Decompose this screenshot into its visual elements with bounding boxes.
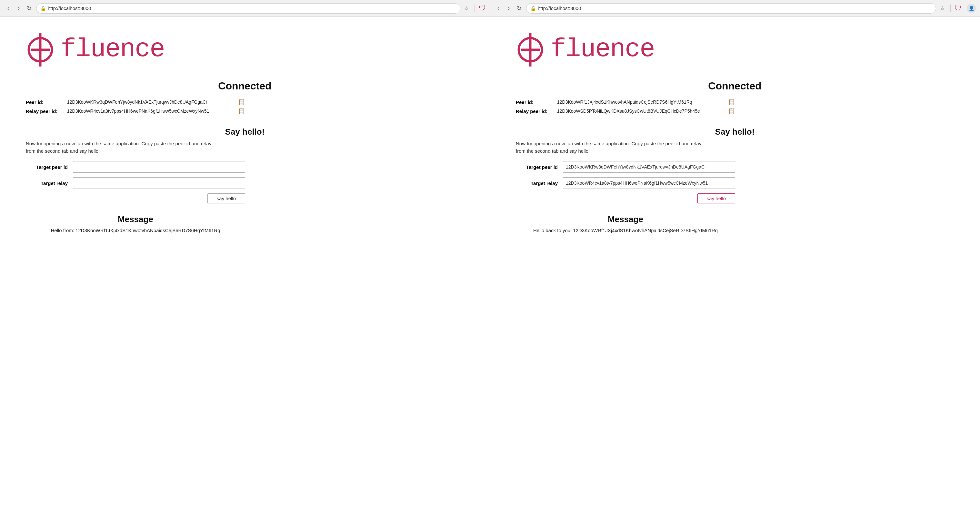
left-phi-logo	[26, 30, 55, 69]
left-divider	[474, 5, 475, 12]
left-say-hello-heading: Say hello!	[225, 127, 265, 137]
right-peer-id-label: Peer id:	[516, 99, 555, 105]
right-forward-button[interactable]: ›	[504, 4, 513, 13]
right-relay-peer-id-row: Relay peer id: 12D3KooWSD5PToNiLQwKDXsu8…	[516, 107, 735, 115]
left-back-button[interactable]: ‹	[4, 4, 13, 13]
left-toolbar: ‹ › ↻ 🔒 http://localhost:3000 ☆ 🛡	[0, 0, 490, 17]
right-target-relay-label: Target relay	[516, 180, 558, 186]
left-browser-pane: ‹ › ↻ 🔒 http://localhost:3000 ☆ 🛡 fluenc…	[0, 0, 490, 514]
left-peer-id-copy[interactable]: 📋	[238, 99, 245, 105]
left-target-peer-id-input[interactable]	[73, 161, 245, 173]
right-nav-buttons: ‹ › ↻	[494, 4, 523, 13]
left-relay-peer-id-label: Relay peer id:	[26, 109, 65, 114]
left-target-peer-id-row: Target peer id	[26, 161, 245, 173]
right-message-section: Message Hello back to you, 12D3KooWRf1JX…	[516, 207, 735, 233]
right-peer-id-copy[interactable]: 📋	[728, 99, 735, 105]
left-nav-buttons: ‹ › ↻	[4, 4, 33, 13]
left-form: Target peer id Target relay say hello	[26, 161, 245, 203]
right-divider	[950, 5, 951, 12]
left-target-relay-label: Target relay	[26, 180, 68, 186]
right-relay-peer-id-value: 12D3KooWSD5PToNiLQwKDXsu8JSysCwUt8BVUJEq…	[557, 109, 725, 113]
right-instruction-text: Now try opening a new tab with the same …	[516, 140, 703, 155]
left-relay-peer-id-row: Relay peer id: 12D3KooWR4cv1a8tv7pps4HH6…	[26, 107, 245, 115]
right-toolbar: ‹ › ↻ 🔒 http://localhost:3000 ☆ 🛡 👤	[490, 0, 980, 17]
left-forward-button[interactable]: ›	[14, 4, 23, 13]
left-target-relay-row: Target relay	[26, 177, 245, 189]
left-fluence-text: fluence	[60, 35, 164, 64]
right-page-content: fluence Connected Peer id: 12D3KooWRf1JX…	[490, 17, 980, 514]
left-say-hello-button[interactable]: say hello	[207, 193, 245, 203]
left-status-heading: Connected	[218, 80, 271, 92]
left-relay-peer-id-copy[interactable]: 📋	[238, 107, 245, 115]
right-phi-logo	[516, 30, 545, 69]
left-peer-id-label: Peer id:	[26, 99, 65, 105]
right-say-hello-heading: Say hello!	[715, 127, 755, 137]
right-peer-info: Peer id: 12D3KooWRf1JXj4xdS1KhwotvhANpai…	[516, 99, 735, 117]
right-target-relay-row: Target relay	[516, 177, 735, 189]
left-message-heading: Message	[26, 214, 245, 224]
right-say-hello-button[interactable]: say hello	[697, 193, 735, 203]
left-target-relay-input[interactable]	[73, 177, 245, 189]
right-brave-icon: 🛡	[955, 4, 962, 13]
left-message-section: Message Hello from: 12D3KooWRf1JXj4xdS1K…	[26, 207, 245, 233]
right-fluence-text: fluence	[550, 35, 654, 64]
right-browser-pane: ‹ › ↻ 🔒 http://localhost:3000 ☆ 🛡 👤 flue…	[490, 0, 980, 514]
left-peer-id-value: 12D3KooWKRw3qDWFehYjw8ydNk1VAExTjurqwvJh…	[67, 99, 235, 105]
left-address-bar[interactable]: 🔒 http://localhost:3000	[36, 3, 460, 14]
right-lock-icon: 🔒	[530, 6, 536, 11]
right-peer-id-value: 12D3KooWRf1JXj4xdS1KhwotvhANpaidsCejSeRD…	[557, 99, 725, 105]
left-url: http://localhost:3000	[48, 5, 456, 11]
left-relay-peer-id-value: 12D3KooWR4cv1a8tv7pps4HH6wePNaK6gf1Hww5w…	[67, 109, 235, 113]
right-relay-peer-id-label: Relay peer id:	[516, 109, 555, 114]
left-peer-id-row: Peer id: 12D3KooWKRw3qDWFehYjw8ydNk1VAEx…	[26, 99, 245, 105]
right-target-peer-id-row: Target peer id	[516, 161, 735, 173]
left-logo-area: fluence	[26, 30, 164, 69]
right-url: http://localhost:3000	[538, 5, 932, 11]
right-reload-button[interactable]: ↻	[514, 4, 523, 13]
left-lock-icon: 🔒	[40, 6, 46, 11]
right-relay-peer-id-copy[interactable]: 📋	[728, 107, 735, 115]
right-target-peer-id-label: Target peer id	[516, 164, 558, 170]
right-profile-button[interactable]: 👤	[967, 4, 976, 13]
right-message-text: Hello back to you, 12D3KooWRf1JXj4xdS1Kh…	[516, 228, 735, 233]
left-bookmark-button[interactable]: ☆	[464, 5, 469, 12]
right-peer-id-row: Peer id: 12D3KooWRf1JXj4xdS1KhwotvhANpai…	[516, 99, 735, 105]
left-instruction-text: Now try opening a new tab with the same …	[26, 140, 213, 155]
left-brave-icon: 🛡	[479, 4, 486, 13]
left-peer-info: Peer id: 12D3KooWKRw3qDWFehYjw8ydNk1VAEx…	[26, 99, 245, 117]
right-target-peer-id-input[interactable]	[563, 161, 735, 173]
right-target-relay-input[interactable]	[563, 177, 735, 189]
right-address-bar[interactable]: 🔒 http://localhost:3000	[526, 3, 936, 14]
right-message-heading: Message	[516, 214, 735, 224]
right-status-heading: Connected	[708, 80, 761, 92]
left-page-content: fluence Connected Peer id: 12D3KooWKRw3q…	[0, 17, 490, 514]
left-message-text: Hello from: 12D3KooWRf1JXj4xdS1KhwotvhAN…	[26, 228, 245, 233]
right-bookmark-button[interactable]: ☆	[940, 5, 945, 12]
right-form: Target peer id Target relay say hello	[516, 161, 735, 203]
right-back-button[interactable]: ‹	[494, 4, 503, 13]
right-logo-area: fluence	[516, 30, 654, 69]
left-reload-button[interactable]: ↻	[24, 4, 33, 13]
left-target-peer-id-label: Target peer id	[26, 164, 68, 170]
